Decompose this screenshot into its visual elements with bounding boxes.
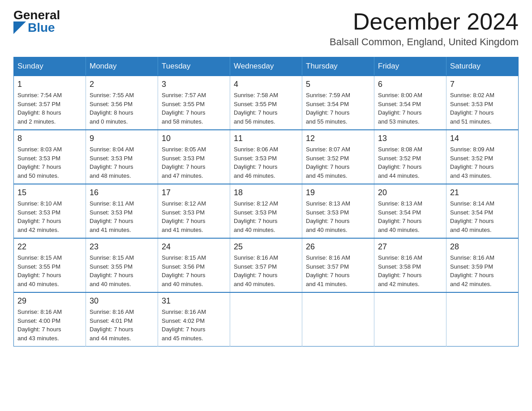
day-number: 21	[450, 188, 515, 197]
calendar-header-row: SundayMondayTuesdayWednesdayThursdayFrid…	[14, 57, 519, 76]
day-number: 19	[306, 188, 370, 197]
col-header-thursday: Thursday	[302, 57, 374, 76]
calendar-cell: 6Sunrise: 8:00 AMSunset: 3:54 PMDaylight…	[374, 76, 446, 130]
day-info: Sunrise: 8:16 AMSunset: 4:02 PMDaylight:…	[162, 308, 226, 342]
col-header-tuesday: Tuesday	[158, 57, 230, 76]
calendar-cell: 19Sunrise: 8:13 AMSunset: 3:53 PMDayligh…	[302, 184, 374, 238]
day-number: 16	[90, 188, 154, 197]
day-number: 11	[234, 134, 298, 143]
day-info: Sunrise: 7:55 AMSunset: 3:56 PMDaylight:…	[90, 91, 154, 126]
logo-blue-text: Blue	[28, 21, 55, 34]
calendar-cell	[302, 292, 374, 347]
day-info: Sunrise: 8:16 AMSunset: 3:59 PMDaylight:…	[450, 253, 515, 288]
day-number: 15	[17, 188, 82, 197]
calendar-cell: 5Sunrise: 7:59 AMSunset: 3:54 PMDaylight…	[302, 76, 374, 130]
day-info: Sunrise: 8:16 AMSunset: 4:01 PMDaylight:…	[90, 308, 154, 342]
day-info: Sunrise: 8:12 AMSunset: 3:53 PMDaylight:…	[234, 199, 298, 234]
day-number: 13	[378, 134, 442, 143]
calendar-cell: 25Sunrise: 8:16 AMSunset: 3:57 PMDayligh…	[230, 238, 302, 292]
calendar-cell: 20Sunrise: 8:13 AMSunset: 3:54 PMDayligh…	[374, 184, 446, 238]
calendar-cell: 27Sunrise: 8:16 AMSunset: 3:58 PMDayligh…	[374, 238, 446, 292]
calendar-cell: 4Sunrise: 7:58 AMSunset: 3:55 PMDaylight…	[230, 76, 302, 130]
day-info: Sunrise: 8:00 AMSunset: 3:54 PMDaylight:…	[378, 91, 442, 126]
col-header-saturday: Saturday	[446, 57, 519, 76]
day-number: 1	[17, 80, 82, 89]
col-header-sunday: Sunday	[14, 57, 86, 76]
calendar-cell: 23Sunrise: 8:15 AMSunset: 3:55 PMDayligh…	[86, 238, 158, 292]
day-number: 31	[162, 296, 226, 306]
day-info: Sunrise: 8:14 AMSunset: 3:54 PMDaylight:…	[450, 199, 515, 234]
day-info: Sunrise: 8:06 AMSunset: 3:53 PMDaylight:…	[234, 145, 298, 180]
day-info: Sunrise: 8:15 AMSunset: 3:55 PMDaylight:…	[17, 253, 82, 288]
calendar-cell: 30Sunrise: 8:16 AMSunset: 4:01 PMDayligh…	[86, 292, 158, 347]
day-info: Sunrise: 8:16 AMSunset: 3:57 PMDaylight:…	[234, 253, 298, 288]
logo-general-text: General	[13, 9, 60, 21]
week-row-2: 8Sunrise: 8:03 AMSunset: 3:53 PMDaylight…	[14, 130, 519, 184]
title-area: December 2024 Balsall Common, England, U…	[330, 9, 519, 48]
day-info: Sunrise: 8:15 AMSunset: 3:55 PMDaylight:…	[90, 253, 154, 288]
day-info: Sunrise: 8:07 AMSunset: 3:52 PMDaylight:…	[306, 145, 370, 180]
week-row-4: 22Sunrise: 8:15 AMSunset: 3:55 PMDayligh…	[14, 238, 519, 292]
week-row-5: 29Sunrise: 8:16 AMSunset: 4:00 PMDayligh…	[14, 292, 519, 347]
day-info: Sunrise: 7:54 AMSunset: 3:57 PMDaylight:…	[17, 91, 82, 126]
day-info: Sunrise: 8:11 AMSunset: 3:53 PMDaylight:…	[90, 199, 154, 234]
day-number: 4	[234, 80, 298, 89]
calendar-cell: 13Sunrise: 8:08 AMSunset: 3:52 PMDayligh…	[374, 130, 446, 184]
day-number: 30	[90, 296, 154, 306]
day-info: Sunrise: 7:58 AMSunset: 3:55 PMDaylight:…	[234, 91, 298, 126]
day-number: 26	[306, 242, 370, 252]
calendar-cell: 7Sunrise: 8:02 AMSunset: 3:53 PMDaylight…	[446, 76, 519, 130]
day-info: Sunrise: 8:02 AMSunset: 3:53 PMDaylight:…	[450, 91, 515, 126]
calendar-cell: 12Sunrise: 8:07 AMSunset: 3:52 PMDayligh…	[302, 130, 374, 184]
day-number: 5	[306, 80, 370, 89]
calendar-cell: 31Sunrise: 8:16 AMSunset: 4:02 PMDayligh…	[158, 292, 230, 347]
day-number: 18	[234, 188, 298, 197]
day-info: Sunrise: 8:04 AMSunset: 3:53 PMDaylight:…	[90, 145, 154, 180]
day-info: Sunrise: 8:09 AMSunset: 3:52 PMDaylight:…	[450, 145, 515, 180]
day-number: 29	[17, 296, 82, 306]
day-info: Sunrise: 8:16 AMSunset: 4:00 PMDaylight:…	[17, 308, 82, 342]
calendar-cell	[446, 292, 519, 347]
day-info: Sunrise: 8:03 AMSunset: 3:53 PMDaylight:…	[17, 145, 82, 180]
day-info: Sunrise: 8:16 AMSunset: 3:57 PMDaylight:…	[306, 253, 370, 288]
calendar-cell: 28Sunrise: 8:16 AMSunset: 3:59 PMDayligh…	[446, 238, 519, 292]
day-info: Sunrise: 8:10 AMSunset: 3:53 PMDaylight:…	[17, 199, 82, 234]
day-number: 8	[17, 134, 82, 143]
calendar-cell: 29Sunrise: 8:16 AMSunset: 4:00 PMDayligh…	[14, 292, 86, 347]
day-info: Sunrise: 8:15 AMSunset: 3:56 PMDaylight:…	[162, 253, 226, 288]
calendar-cell: 18Sunrise: 8:12 AMSunset: 3:53 PMDayligh…	[230, 184, 302, 238]
week-row-3: 15Sunrise: 8:10 AMSunset: 3:53 PMDayligh…	[14, 184, 519, 238]
day-number: 20	[378, 188, 442, 197]
col-header-friday: Friday	[374, 57, 446, 76]
day-info: Sunrise: 8:12 AMSunset: 3:53 PMDaylight:…	[162, 199, 226, 234]
day-number: 22	[17, 242, 82, 252]
calendar-cell: 10Sunrise: 8:05 AMSunset: 3:53 PMDayligh…	[158, 130, 230, 184]
calendar-cell: 2Sunrise: 7:55 AMSunset: 3:56 PMDaylight…	[86, 76, 158, 130]
header: General Blue December 2024 Balsall Commo…	[13, 9, 519, 48]
week-row-1: 1Sunrise: 7:54 AMSunset: 3:57 PMDaylight…	[14, 76, 519, 130]
calendar-cell: 1Sunrise: 7:54 AMSunset: 3:57 PMDaylight…	[14, 76, 86, 130]
location-title: Balsall Common, England, United Kingdom	[330, 36, 519, 48]
day-number: 24	[162, 242, 226, 252]
calendar-cell: 11Sunrise: 8:06 AMSunset: 3:53 PMDayligh…	[230, 130, 302, 184]
col-header-wednesday: Wednesday	[230, 57, 302, 76]
day-info: Sunrise: 8:16 AMSunset: 3:58 PMDaylight:…	[378, 253, 442, 288]
logo: General Blue	[13, 9, 60, 34]
calendar-cell: 22Sunrise: 8:15 AMSunset: 3:55 PMDayligh…	[14, 238, 86, 292]
day-number: 6	[378, 80, 442, 89]
day-info: Sunrise: 7:57 AMSunset: 3:55 PMDaylight:…	[162, 91, 226, 126]
day-number: 27	[378, 242, 442, 252]
calendar-cell: 3Sunrise: 7:57 AMSunset: 3:55 PMDaylight…	[158, 76, 230, 130]
day-number: 12	[306, 134, 370, 143]
calendar-cell: 15Sunrise: 8:10 AMSunset: 3:53 PMDayligh…	[14, 184, 86, 238]
day-number: 2	[90, 80, 154, 89]
day-number: 28	[450, 242, 515, 252]
day-info: Sunrise: 8:13 AMSunset: 3:53 PMDaylight:…	[306, 199, 370, 234]
month-title: December 2024	[330, 9, 519, 34]
calendar-cell: 26Sunrise: 8:16 AMSunset: 3:57 PMDayligh…	[302, 238, 374, 292]
day-number: 14	[450, 134, 515, 143]
logo-triangle-icon	[13, 21, 26, 34]
day-number: 25	[234, 242, 298, 252]
day-number: 23	[90, 242, 154, 252]
calendar-cell	[374, 292, 446, 347]
